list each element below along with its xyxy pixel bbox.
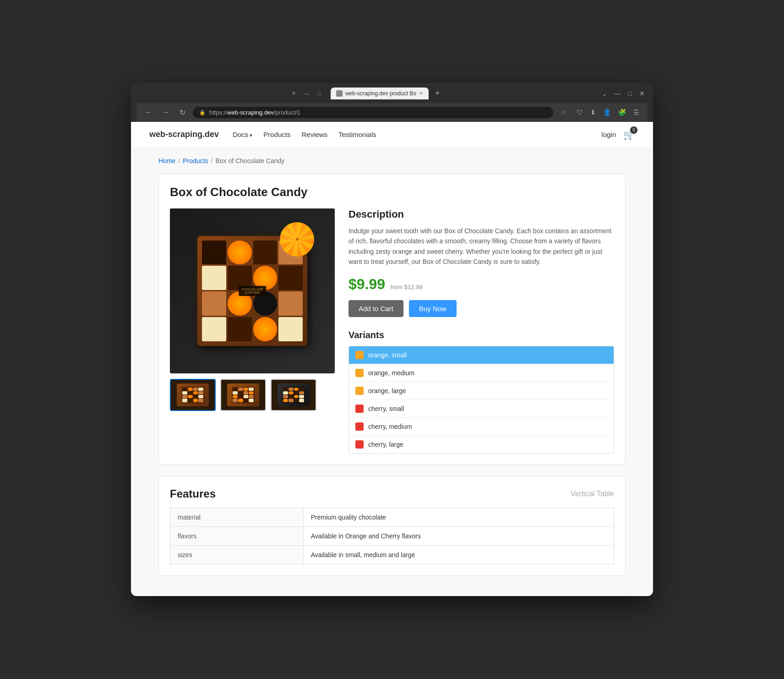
download-icon[interactable]: ⬇ xyxy=(588,107,599,118)
nav-docs[interactable]: Docs xyxy=(233,131,252,138)
color-swatch xyxy=(355,422,364,431)
thumbnail-2[interactable] xyxy=(220,379,266,411)
window-minimize-btn[interactable]: — xyxy=(301,90,312,97)
breadcrumb: Home / Products / Box of Chocolate Candy xyxy=(158,157,626,164)
window-maximize-btn[interactable]: □ xyxy=(315,90,323,97)
url-scheme: https:// xyxy=(209,109,227,116)
lock-icon: 🔒 xyxy=(199,110,206,115)
profile-icon[interactable]: 👤 xyxy=(600,107,614,118)
features-header: Features Vertical Table xyxy=(170,487,614,500)
url-host: web-scraping.dev xyxy=(227,109,274,116)
variant-label: cherry, large xyxy=(368,441,403,448)
breadcrumb-products[interactable]: Products xyxy=(183,157,208,164)
thumbnail-3[interactable] xyxy=(271,379,316,411)
variants-list: orange, smallorange, mediumorange, large… xyxy=(348,346,614,454)
color-swatch xyxy=(355,369,364,377)
features-section: Features Vertical Table materialPremium … xyxy=(158,476,626,576)
window-min-btn[interactable]: — xyxy=(612,89,624,98)
nav-products[interactable]: Products xyxy=(263,131,290,138)
tab-close-btn[interactable]: ✕ xyxy=(419,90,423,96)
product-card: Box of Chocolate Candy xyxy=(158,174,626,465)
feature-key: flavors xyxy=(170,527,304,546)
feature-row: sizesAvailable in small, medium and larg… xyxy=(170,546,614,564)
url-display: https://web-scraping.dev/product/1 xyxy=(209,109,300,116)
thumbnail-row xyxy=(170,379,335,411)
features-title: Features xyxy=(170,487,216,500)
variant-label: orange, medium xyxy=(368,369,414,377)
add-to-cart-button[interactable]: Add to Cart xyxy=(348,300,403,317)
description-title: Description xyxy=(348,208,614,220)
browser-toolbar: 🛡 ⬇ 👤 🧩 ☰ xyxy=(574,107,642,118)
vertical-table-link[interactable]: Vertical Table xyxy=(571,490,614,498)
tab-favicon xyxy=(336,90,343,97)
window-close-btn[interactable]: ✕ xyxy=(289,89,299,97)
description-text: Indulge your sweet tooth with our Box of… xyxy=(348,226,614,267)
url-path: /product/1 xyxy=(274,109,300,116)
feature-key: material xyxy=(170,508,304,527)
price-current: $9.99 xyxy=(348,276,385,293)
breadcrumb-home[interactable]: Home xyxy=(158,157,175,164)
variant-label: orange, large xyxy=(368,387,406,394)
nav-reviews[interactable]: Reviews xyxy=(302,131,328,138)
button-row: Add to Cart Buy Now xyxy=(348,300,614,317)
breadcrumb-sep-2: / xyxy=(211,157,213,164)
new-tab-btn[interactable]: + xyxy=(432,88,443,99)
star-icon[interactable]: ☆ xyxy=(558,107,569,118)
window-max-btn[interactable]: □ xyxy=(626,89,635,98)
variant-item[interactable]: orange, large xyxy=(349,382,614,400)
main-product-image[interactable]: CHOCOLATECARTIER xyxy=(170,208,335,373)
feature-row: materialPremium quality chocolate xyxy=(170,508,614,527)
product-body: CHOCOLATECARTIER xyxy=(170,208,614,454)
main-content: Home / Products / Box of Chocolate Candy… xyxy=(149,148,635,597)
browser-titlebar: ✕ — □ web-scraping.dev product Bo ✕ + ⌄ … xyxy=(131,83,653,122)
product-details: Description Indulge your sweet tooth wit… xyxy=(348,208,614,454)
breadcrumb-current: Box of Chocolate Candy xyxy=(215,157,284,164)
variants-title: Variants xyxy=(348,330,614,340)
variant-label: cherry, small xyxy=(368,405,404,412)
nav-testimonials[interactable]: Testimonials xyxy=(338,131,376,138)
thumbnail-1[interactable] xyxy=(170,379,216,411)
back-button[interactable]: ← xyxy=(142,107,155,117)
forward-button[interactable]: → xyxy=(159,107,172,117)
window-x-btn[interactable]: ✕ xyxy=(637,89,648,98)
product-title: Box of Chocolate Candy xyxy=(170,185,614,199)
extensions-icon[interactable]: 🧩 xyxy=(615,107,629,118)
cart-badge: 0 xyxy=(630,126,637,134)
buy-now-button[interactable]: Buy Now xyxy=(409,300,457,317)
browser-window: ✕ — □ web-scraping.dev product Bo ✕ + ⌄ … xyxy=(131,83,653,597)
address-bar: ← → ↻ 🔒 https://web-scraping.dev/product… xyxy=(136,103,648,122)
shield-icon[interactable]: 🛡 xyxy=(574,107,586,118)
feature-row: flavorsAvailable in Orange and Cherry fl… xyxy=(170,527,614,546)
cart-icon[interactable]: 🛒 0 xyxy=(623,129,635,140)
page-content: web-scraping.dev Docs Products Reviews T… xyxy=(131,122,653,597)
price-row: $9.99 from $12.99 xyxy=(348,276,614,293)
tab-title: web-scraping.dev product Bo xyxy=(345,90,416,97)
header-right: login 🛒 0 xyxy=(601,129,635,140)
chevron-down-icon[interactable]: ⌄ xyxy=(599,89,610,98)
feature-key: sizes xyxy=(170,546,304,564)
url-bar[interactable]: 🔒 https://web-scraping.dev/product/1 xyxy=(193,107,553,118)
variant-item[interactable]: cherry, large xyxy=(349,436,614,453)
active-tab[interactable]: web-scraping.dev product Bo ✕ xyxy=(331,88,429,99)
variant-item[interactable]: orange, small xyxy=(349,346,614,364)
variant-label: cherry, medium xyxy=(368,423,412,430)
color-swatch xyxy=(355,387,364,395)
color-swatch xyxy=(355,351,364,359)
refresh-button[interactable]: ↻ xyxy=(177,107,188,118)
feature-value: Available in small, medium and large xyxy=(303,546,614,564)
features-table: materialPremium quality chocolateflavors… xyxy=(170,508,614,564)
variant-item[interactable]: orange, medium xyxy=(349,364,614,382)
feature-value: Available in Orange and Cherry flavors xyxy=(303,527,614,546)
login-link[interactable]: login xyxy=(601,131,616,138)
breadcrumb-sep-1: / xyxy=(178,157,180,164)
variant-item[interactable]: cherry, small xyxy=(349,400,614,418)
menu-icon[interactable]: ☰ xyxy=(631,107,642,118)
feature-value: Premium quality chocolate xyxy=(303,508,614,527)
tab-bar: ✕ — □ web-scraping.dev product Bo ✕ + ⌄ … xyxy=(136,88,648,99)
color-swatch xyxy=(355,405,364,413)
site-header: web-scraping.dev Docs Products Reviews T… xyxy=(131,122,653,148)
variant-item[interactable]: cherry, medium xyxy=(349,418,614,436)
color-swatch xyxy=(355,440,364,449)
site-nav: Docs Products Reviews Testimonials xyxy=(233,131,376,138)
site-logo: web-scraping.dev xyxy=(149,130,219,139)
